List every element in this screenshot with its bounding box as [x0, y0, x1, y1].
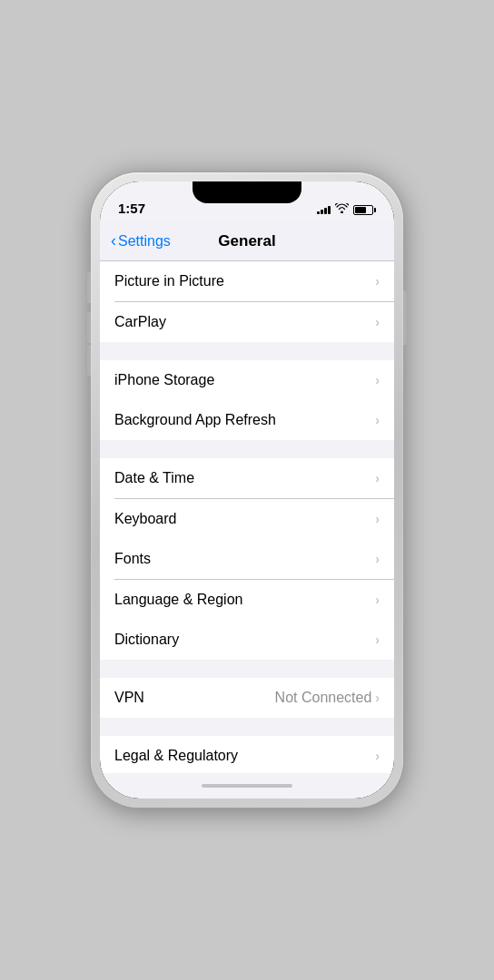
item-right: › — [375, 512, 380, 526]
item-right: › — [375, 315, 380, 329]
list-item-legal-regulatory[interactable]: Legal & Regulatory › — [100, 736, 394, 773]
item-value: Not Connected — [275, 690, 372, 706]
screen: 1:57 — [100, 181, 394, 799]
item-right: › — [375, 413, 380, 427]
wifi-icon — [335, 203, 349, 216]
back-label: Settings — [118, 233, 171, 250]
settings-content: Picture in Picture › CarPlay › — [100, 261, 394, 773]
item-label: Picture in Picture — [114, 273, 224, 289]
list-item-date-time[interactable]: Date & Time › — [100, 458, 394, 498]
item-label: CarPlay — [114, 314, 166, 330]
back-chevron-icon: ‹ — [111, 231, 116, 250]
list-item-dictionary[interactable]: Dictionary › — [100, 620, 394, 660]
chevron-right-icon: › — [375, 274, 380, 289]
item-right: › — [375, 373, 380, 387]
section-group-1: Picture in Picture › CarPlay › — [100, 261, 394, 342]
item-label: VPN — [114, 690, 144, 706]
nav-bar: ‹ Settings General — [100, 221, 394, 261]
item-right: › — [375, 274, 380, 289]
signal-bar-1 — [317, 211, 320, 214]
section-divider — [100, 342, 394, 360]
phone-frame: 1:57 — [91, 172, 403, 808]
item-right: › — [375, 552, 380, 566]
item-right: › — [375, 632, 380, 647]
item-label: Keyboard — [114, 511, 177, 527]
chevron-right-icon: › — [375, 749, 380, 763]
home-indicator — [100, 773, 394, 799]
list-item-iphone-storage[interactable]: iPhone Storage › — [100, 360, 394, 400]
item-label: Legal & Regulatory — [114, 748, 238, 764]
list-item-fonts[interactable]: Fonts › — [100, 539, 394, 579]
item-label: Date & Time — [114, 470, 194, 486]
status-icons — [317, 203, 376, 216]
item-label: Background App Refresh — [114, 412, 276, 428]
chevron-right-icon: › — [375, 593, 380, 607]
battery-icon — [353, 205, 376, 215]
list-item-picture-in-picture[interactable]: Picture in Picture › — [100, 261, 394, 301]
item-right: › — [375, 471, 380, 485]
list-item-carplay[interactable]: CarPlay › — [100, 302, 394, 342]
item-label: iPhone Storage — [114, 372, 214, 388]
chevron-right-icon: › — [375, 512, 380, 526]
chevron-right-icon: › — [375, 691, 380, 705]
chevron-right-icon: › — [375, 632, 380, 647]
status-time: 1:57 — [118, 201, 145, 216]
item-label: Dictionary — [114, 632, 179, 648]
list-item-vpn[interactable]: VPN Not Connected › — [100, 678, 394, 718]
list-item-language-region[interactable]: Language & Region › — [100, 580, 394, 620]
chevron-right-icon: › — [375, 552, 380, 566]
item-label: Language & Region — [114, 592, 242, 608]
back-button[interactable]: ‹ Settings — [111, 231, 171, 250]
section-group-4: VPN Not Connected › — [100, 678, 394, 718]
notch — [193, 181, 301, 203]
section-divider — [100, 718, 394, 736]
signal-bar-3 — [324, 208, 327, 214]
list-item-keyboard[interactable]: Keyboard › — [100, 499, 394, 539]
signal-bar-4 — [328, 206, 331, 214]
item-label: Fonts — [114, 551, 151, 567]
list-item-background-app-refresh[interactable]: Background App Refresh › — [100, 400, 394, 440]
item-right: Not Connected › — [275, 690, 380, 706]
item-right: › — [375, 593, 380, 607]
signal-bar-2 — [321, 210, 323, 214]
section-divider — [100, 440, 394, 458]
home-bar — [202, 784, 292, 788]
chevron-right-icon: › — [375, 413, 380, 427]
signal-bars-icon — [317, 206, 331, 214]
chevron-right-icon: › — [375, 373, 380, 387]
section-divider — [100, 660, 394, 678]
section-group-3: Date & Time › Keyboard › Fonts — [100, 458, 394, 660]
phone-inner: 1:57 — [100, 181, 394, 799]
section-group-2: iPhone Storage › Background App Refresh … — [100, 360, 394, 441]
item-right: › — [375, 749, 380, 763]
chevron-right-icon: › — [375, 315, 380, 329]
chevron-right-icon: › — [375, 471, 380, 485]
page-title: General — [218, 232, 275, 250]
section-group-5: Legal & Regulatory › — [100, 736, 394, 773]
